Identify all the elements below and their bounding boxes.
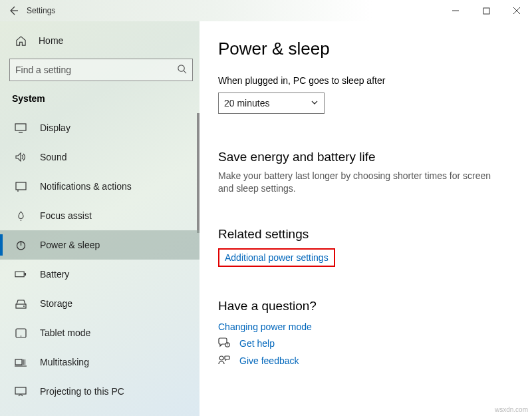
tablet-icon [15,327,27,339]
window-title: Settings [27,6,55,15]
search-input[interactable] [15,65,177,75]
nav-label: Focus assist [40,210,92,221]
give-feedback-label: Give feedback [239,355,299,366]
battery-icon [15,268,27,280]
display-icon [15,122,27,134]
notifications-icon [15,180,27,192]
svg-rect-17 [15,359,22,365]
get-help-row[interactable]: ? Get help [218,337,512,349]
svg-point-4 [178,65,184,71]
svg-rect-8 [16,182,26,190]
nav-notifications[interactable]: Notifications & actions [0,172,200,201]
nav-tablet-mode[interactable]: Tablet mode [0,318,200,347]
search-box[interactable] [9,59,193,81]
maximize-button[interactable] [471,0,501,21]
highlight-box: Additional power settings [218,248,335,267]
nav-label: Sound [40,152,66,162]
search-icon [177,64,187,76]
sleep-dropdown[interactable]: 20 minutes [218,93,325,114]
svg-rect-1 [483,8,489,14]
nav-display[interactable]: Display [0,113,200,142]
window-controls [440,0,532,21]
get-help-label: Get help [239,338,275,349]
focus-icon [15,210,27,222]
additional-power-link[interactable]: Additional power settings [225,252,329,263]
main-content: Power & sleep When plugged in, PC goes t… [200,21,532,416]
question-heading: Have a question? [218,299,512,313]
svg-rect-21 [15,387,26,394]
svg-rect-12 [25,273,26,276]
nav-storage[interactable]: Storage [0,289,200,318]
minimize-button[interactable] [440,0,471,21]
nav-power-sleep[interactable]: Power & sleep [0,230,200,260]
titlebar: Settings [0,0,532,21]
svg-rect-6 [15,124,26,130]
svg-text:?: ? [227,343,229,347]
sound-icon [15,151,27,163]
chevron-down-icon [311,98,319,108]
nav-multitasking[interactable]: Multitasking [0,347,200,377]
svg-point-14 [23,306,25,307]
settings-window: Settings Home [0,0,532,416]
nav-label: Display [40,122,70,133]
nav-sound[interactable]: Sound [0,142,200,172]
related-heading: Related settings [218,227,512,242]
svg-line-5 [184,71,186,73]
home-icon [15,35,27,47]
nav-battery[interactable]: Battery [0,260,200,289]
watermark: wsxdn.com [495,406,528,413]
nav-label: Storage [40,298,72,309]
nav-label: Notifications & actions [40,181,132,192]
nav-list: Display Sound Notifications & actions Fo… [0,113,200,406]
give-feedback-row[interactable]: Give feedback [218,355,512,367]
svg-point-24 [219,356,223,360]
nav-focus-assist[interactable]: Focus assist [0,201,200,230]
svg-rect-25 [225,356,229,359]
back-button[interactable] [0,0,27,21]
nav-label: Multitasking [40,357,89,367]
svg-point-16 [20,335,21,337]
energy-body: Make your battery last longer by choosin… [218,170,504,195]
projecting-icon [15,385,27,397]
category-label: System [0,89,200,113]
nav-label: Battery [40,269,69,280]
get-help-icon: ? [218,337,230,349]
svg-rect-11 [15,272,24,277]
sidebar: Home System Display Sound [0,21,200,416]
changing-power-mode-link[interactable]: Changing power mode [218,321,312,332]
nav-label: Tablet mode [40,327,90,338]
power-icon [15,239,27,251]
nav-label: Power & sleep [40,240,100,250]
close-button[interactable] [501,0,532,21]
multitasking-icon [15,356,27,368]
sleep-field-label: When plugged in, PC goes to sleep after [218,75,512,86]
nav-projecting[interactable]: Projecting to this PC [0,377,200,406]
home-label: Home [39,35,63,46]
body: Home System Display Sound [0,21,532,416]
feedback-icon [218,355,230,367]
home-nav[interactable]: Home [9,28,193,53]
nav-label: Projecting to this PC [40,386,124,397]
storage-icon [15,298,27,310]
energy-heading: Save energy and battery life [218,150,512,164]
dropdown-value: 20 minutes [224,98,269,108]
page-title: Power & sleep [218,39,512,59]
